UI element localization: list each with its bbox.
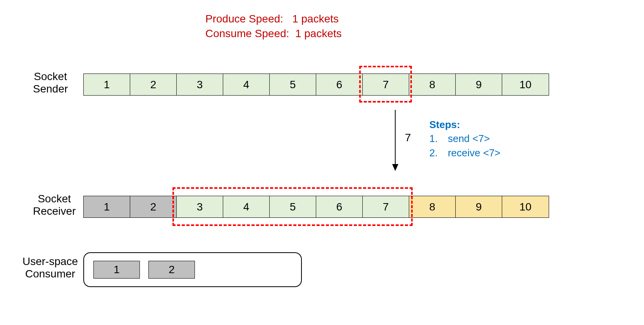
receiver-label-l2: Receiver [33, 205, 76, 217]
sender-label-l1: Socket [33, 70, 68, 83]
receiver-cell: 8 [409, 196, 456, 217]
consume-speed-line: Consume Speed: 1 packets [205, 26, 342, 41]
user-space-consumer-box: 12 [83, 252, 302, 287]
sender-cell: 4 [223, 74, 270, 95]
steps-title: Steps: [429, 118, 501, 132]
sender-cell: 5 [270, 74, 316, 95]
sender-cell: 1 [84, 74, 130, 95]
receiver-cell: 9 [456, 196, 502, 217]
svg-marker-1 [392, 164, 398, 171]
sender-cell: 2 [130, 74, 177, 95]
consumed-packet: 1 [93, 261, 140, 279]
consume-label: Consume Speed: [205, 27, 289, 39]
receiver-cell: 1 [84, 196, 130, 217]
receiver-label: Socket Receiver [33, 193, 76, 217]
sender-cell: 6 [316, 74, 363, 95]
sender-cell: 3 [177, 74, 223, 95]
sender-label-l2: Sender [33, 83, 68, 95]
consumer-label-l2: Consumer [22, 268, 78, 280]
receiver-label-l1: Socket [33, 193, 76, 205]
sender-cell: 10 [502, 74, 549, 95]
receiver-window-box [172, 187, 413, 226]
consumer-label-l1: User-space [22, 255, 78, 268]
transfer-arrow-icon [387, 110, 403, 172]
step-item: 2. receive <7> [429, 146, 501, 160]
speed-info: Produce Speed: 1 packets Consume Speed: … [205, 12, 342, 41]
sender-cell: 9 [456, 74, 502, 95]
sender-label: Socket Sender [33, 70, 68, 95]
receiver-cell: 2 [130, 196, 177, 217]
produce-value: 1 packets [292, 13, 339, 25]
receiver-cell: 10 [502, 196, 549, 217]
sender-cell: 8 [409, 74, 456, 95]
produce-speed-line: Produce Speed: 1 packets [205, 12, 342, 26]
step-item: 1. send <7> [429, 132, 501, 145]
steps-panel: Steps: 1. send <7>2. receive <7> [429, 118, 501, 160]
consumed-packet: 2 [148, 261, 195, 279]
arrow-packet-number: 7 [405, 132, 411, 144]
produce-label: Produce Speed: [205, 13, 283, 25]
consumer-label: User-space Consumer [22, 255, 78, 280]
consume-value: 1 packets [295, 27, 342, 39]
sender-buffer: 12345678910 [83, 74, 549, 96]
sender-highlight-box [359, 66, 412, 103]
